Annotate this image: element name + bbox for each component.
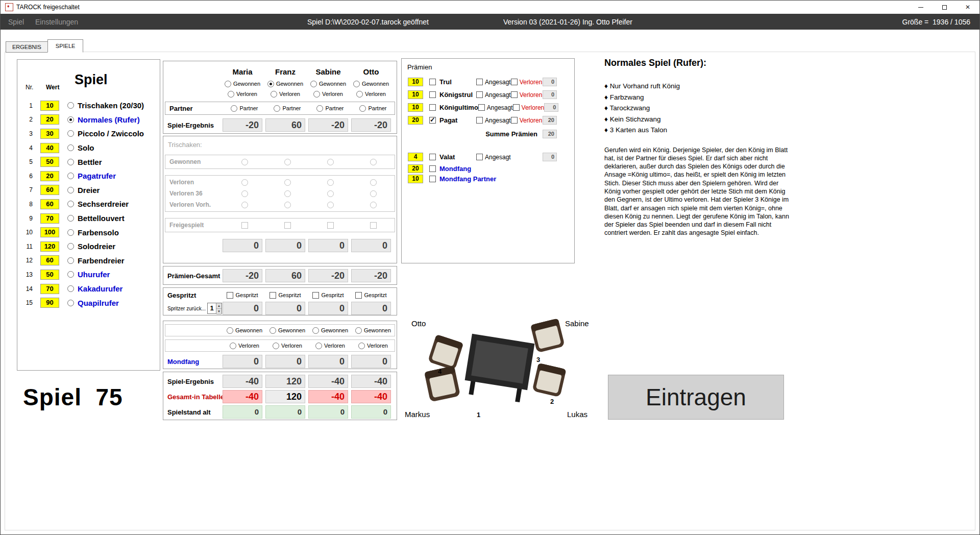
angesagt-checkbox[interactable]: Angesagt xyxy=(476,91,511,99)
eintragen-button[interactable]: Eintragen xyxy=(608,375,784,420)
valat-angesagt-checkbox[interactable]: Angesagt xyxy=(476,154,511,161)
partner-radio[interactable]: Partner xyxy=(316,105,344,112)
partner-radio[interactable]: Partner xyxy=(359,105,386,112)
game-select-radio[interactable] xyxy=(67,187,74,193)
game-select-radio[interactable] xyxy=(67,130,74,137)
cell xyxy=(223,222,266,229)
praemie-checkbox[interactable] xyxy=(429,91,436,98)
verloren-radio[interactable]: Verloren xyxy=(271,91,300,98)
game-select-radio[interactable] xyxy=(67,243,74,250)
verloren-checkbox[interactable]: Verloren xyxy=(511,91,543,99)
verloren-checkbox[interactable]: Verloren xyxy=(511,117,543,124)
value-box: -20 xyxy=(223,118,262,132)
menu-spiel[interactable]: Spiel xyxy=(8,14,24,30)
game-row: 220Normales (Rufer) xyxy=(17,113,160,127)
angesagt-checkbox[interactable]: Angesagt xyxy=(478,104,513,111)
mondfang-gewonnen-radio[interactable]: Gewonnen xyxy=(270,327,305,334)
valat-checkbox[interactable] xyxy=(429,154,436,160)
cell: Verloren xyxy=(309,343,352,349)
spinner-down-button[interactable]: ▼ xyxy=(216,309,222,314)
radio-icon xyxy=(284,202,291,208)
angesagt-checkbox[interactable]: Angesagt xyxy=(476,79,511,86)
game-select-radio[interactable] xyxy=(67,173,74,179)
mondfang-checkbox[interactable] xyxy=(429,165,436,172)
game-select-radio[interactable] xyxy=(67,300,74,306)
mondfang-verloren-radio[interactable]: Verloren xyxy=(358,343,388,349)
praemie-checkbox[interactable] xyxy=(429,104,436,111)
cell xyxy=(266,179,309,186)
game-select-radio[interactable] xyxy=(67,116,74,123)
game-select-radio[interactable] xyxy=(67,159,74,165)
spielstand-row: Spielstand alt 0000 xyxy=(163,404,397,420)
game-row: 1350Uhurufer xyxy=(17,268,160,282)
verloren-checkbox[interactable]: Verloren xyxy=(513,104,545,111)
game-select-radio[interactable] xyxy=(67,285,74,292)
mondfang-gewonnen-radio[interactable]: Gewonnen xyxy=(227,327,262,334)
spritzer-spinner[interactable]: 1 ▲ ▼ xyxy=(207,303,222,314)
game-select-radio[interactable] xyxy=(67,215,74,222)
verloren-radio[interactable]: Verloren xyxy=(356,91,386,98)
praemie-checkbox[interactable] xyxy=(429,79,436,85)
gespritzt-checkbox[interactable]: Gespritzt xyxy=(227,292,258,299)
radio-icon xyxy=(370,179,377,186)
spritzer-label: Spritzer zurück... xyxy=(167,306,206,311)
game-select-radio[interactable] xyxy=(67,257,74,264)
mondfang-partner-checkbox[interactable] xyxy=(429,176,436,182)
verloren-radio[interactable]: Verloren xyxy=(228,91,257,98)
mondfang-gewonnen-radio[interactable]: Gewonnen xyxy=(312,327,348,334)
gewonnen-radio[interactable]: Gewonnen xyxy=(310,81,346,87)
radio-icon xyxy=(356,91,363,98)
gespritzt-checkbox[interactable]: Gespritzt xyxy=(312,292,344,299)
option-label: Angesagt xyxy=(485,79,511,86)
trischaken-gewonnen-radio xyxy=(370,159,377,165)
game-select-radio[interactable] xyxy=(67,102,74,109)
gespritzt-checkbox[interactable]: Gespritzt xyxy=(270,292,301,299)
mondfang-verloren-radio[interactable]: Verloren xyxy=(273,343,302,349)
maximize-icon xyxy=(942,5,947,10)
tab-ergebnis[interactable]: ERGEBNIS xyxy=(6,41,48,53)
tab-spiele[interactable]: SPIELE xyxy=(47,39,84,53)
verloren-checkbox[interactable]: Verloren xyxy=(511,79,543,86)
cell xyxy=(309,190,352,197)
minimize-button[interactable] xyxy=(909,1,933,14)
game-select-radio[interactable] xyxy=(67,271,74,278)
gespritzt-checkbox[interactable]: Gespritzt xyxy=(355,292,386,299)
praemie-checkbox[interactable] xyxy=(429,117,436,124)
value-box: 0 xyxy=(351,405,391,419)
mondfang-verloren-radio[interactable]: Verloren xyxy=(315,343,345,349)
gespritzt-label: Gespritzt xyxy=(163,291,221,299)
mondfang-gewonnen-radio[interactable]: Gewonnen xyxy=(355,327,391,334)
mondfang-gewonnen-group: GewonnenGewonnenGewonnenGewonnen xyxy=(165,324,395,336)
trischaken-verloren-vorh-radio xyxy=(284,202,291,208)
value-box: 0 xyxy=(223,405,262,419)
rule-bullet: Nur Vorhand ruft König xyxy=(604,81,794,92)
rules-text: Gerufen wird ein König. Derjenige Spiele… xyxy=(604,146,794,237)
partner-radio[interactable]: Partner xyxy=(274,105,301,112)
rule-bullet: 3 Karten aus Talon xyxy=(604,125,794,136)
maximize-button[interactable] xyxy=(933,1,956,14)
game-select-radio[interactable] xyxy=(67,144,74,151)
menu-einstellungen[interactable]: Einstellungen xyxy=(35,14,78,30)
gewonnen-radio[interactable]: Gewonnen xyxy=(225,81,260,87)
gespritzt-totals-row: Spritzer zurück... 1 ▲ ▼ 0000 xyxy=(163,301,397,316)
spinner-up-button[interactable]: ▲ xyxy=(216,303,222,309)
game-select-radio[interactable] xyxy=(67,201,74,207)
cell: Verloren xyxy=(264,91,307,98)
game-select-radio[interactable] xyxy=(67,229,74,236)
cell xyxy=(266,190,309,197)
gewonnen-radio[interactable]: Gewonnen xyxy=(353,81,389,87)
close-button[interactable]: ✕ xyxy=(956,1,979,14)
rules-title: Normales Spiel (Rufer): xyxy=(604,58,794,68)
gewonnen-radio[interactable]: Gewonnen xyxy=(267,81,303,87)
gesamt-row: Gesamt-in Tabelle -40120-40-40 xyxy=(163,389,397,404)
praemien-row: 10KönigstrulAngesagtVerloren0 xyxy=(402,88,574,101)
mondfang-verloren-radio[interactable]: Verloren xyxy=(230,343,259,349)
cell: Partner xyxy=(266,105,309,112)
game-number: 15 xyxy=(22,299,33,306)
partner-radio[interactable]: Partner xyxy=(231,105,258,112)
cell: Verloren xyxy=(266,343,309,349)
game-row: 10100Farbensolo xyxy=(17,225,160,239)
verloren-radio[interactable]: Verloren xyxy=(313,91,343,98)
trischaken-verloren-vorh-radio xyxy=(241,202,248,208)
angesagt-checkbox[interactable]: Angesagt xyxy=(476,117,511,124)
